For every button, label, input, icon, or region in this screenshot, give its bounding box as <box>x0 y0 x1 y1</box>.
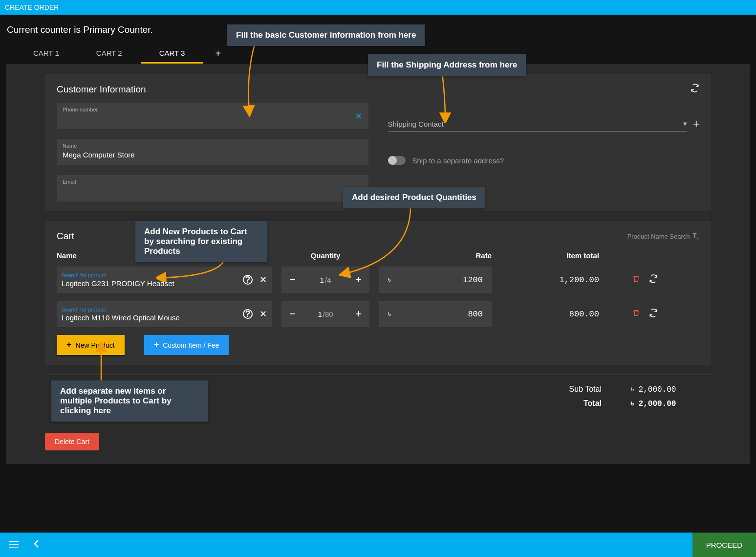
qty-minus-button[interactable]: − <box>289 308 296 320</box>
add-shipping-contact-icon[interactable]: + <box>693 118 699 131</box>
col-rate: Rate <box>379 251 492 260</box>
email-value <box>63 187 363 197</box>
quantity-stepper: − 1 /80 + <box>281 301 369 327</box>
product-name-value: Logitech G231 PRODIGY Headset <box>62 279 243 288</box>
clear-phone-icon[interactable]: ✕ <box>355 111 362 121</box>
phone-field[interactable]: Phone number ✕ <box>57 103 368 129</box>
ship-separate-label: Ship to a separate address? <box>412 156 504 165</box>
app-header: CREATE ORDER <box>0 0 756 15</box>
text-format-icon: TT <box>693 232 699 241</box>
email-field[interactable]: Email <box>57 175 368 201</box>
cart-title: Cart <box>57 231 74 242</box>
col-quantity: Quantity <box>281 251 369 260</box>
qty-value: 1 <box>320 276 324 284</box>
bottom-bar: PROCEED <box>0 533 756 557</box>
page-title: CREATE ORDER <box>5 3 59 11</box>
custom-item-fee-button[interactable]: + Custom Item / Fee <box>144 335 229 355</box>
plus-icon: + <box>154 340 159 350</box>
product-search-field[interactable]: Search for product Logitech M110 Wired O… <box>57 301 272 327</box>
product-search-label: Search for product <box>62 307 243 312</box>
qty-plus-button[interactable]: + <box>355 273 362 286</box>
qty-minus-button[interactable]: − <box>289 273 296 286</box>
add-cart-tab[interactable]: + <box>203 43 233 64</box>
cart-row: Search for product Logitech M110 Wired O… <box>57 301 699 327</box>
phone-label: Phone number <box>63 107 363 112</box>
menu-icon[interactable] <box>9 539 19 551</box>
annotation-add-products: Add New Products to Cart by searching fo… <box>135 221 267 262</box>
help-icon[interactable]: ? <box>243 275 253 285</box>
tab-cart-1[interactable]: CART 1 <box>15 44 78 64</box>
name-label: Name <box>63 143 363 149</box>
name-value: Mega Computer Store <box>63 151 363 160</box>
refresh-row-icon[interactable] <box>649 274 658 285</box>
total-label: Total <box>533 399 602 408</box>
help-icon[interactable]: ? <box>243 309 253 319</box>
item-total-value: 1,200.00 <box>501 275 599 285</box>
rate-value: 1200 <box>463 275 483 285</box>
plus-icon: + <box>66 340 72 350</box>
annotation-quantities: Add desired Product Quantities <box>343 187 485 208</box>
back-icon[interactable] <box>33 539 39 551</box>
annotation-new-items: Add separate new items or multiple Produ… <box>51 380 208 422</box>
qty-value: 1 <box>318 310 322 318</box>
tab-cart-2[interactable]: CART 2 <box>78 44 141 64</box>
refresh-customer-icon[interactable] <box>691 84 699 95</box>
ship-separate-toggle[interactable] <box>388 156 406 165</box>
customer-info-title: Customer Information <box>57 84 146 95</box>
qty-plus-button[interactable]: + <box>355 308 362 320</box>
currency-symbol: ৳ <box>388 275 391 284</box>
clear-product-icon[interactable]: ✕ <box>259 309 267 319</box>
email-label: Email <box>63 179 363 185</box>
product-name-value: Logitech M110 Wired Optical Mouse <box>62 313 243 322</box>
tab-cart-3[interactable]: CART 3 <box>141 44 204 64</box>
delete-row-icon[interactable] <box>632 274 640 286</box>
shipping-contact-label: Shipping Contact <box>388 120 444 128</box>
chevron-down-icon: ▾ <box>683 119 687 128</box>
product-name-search[interactable]: Product Name Search TT <box>627 232 699 241</box>
annotation-customer-info: Fill the basic Customer information from… <box>227 24 425 46</box>
cart-row: Search for product Logitech G231 PRODIGY… <box>57 267 699 293</box>
new-product-button[interactable]: + New Product <box>57 335 125 355</box>
name-field[interactable]: Name Mega Computer Store <box>57 139 368 165</box>
product-search-field[interactable]: Search for product Logitech G231 PRODIGY… <box>57 267 272 293</box>
proceed-button[interactable]: PROCEED <box>692 533 756 557</box>
refresh-row-icon[interactable] <box>649 309 658 319</box>
total-value: ৳ 2,000.00 <box>631 399 699 408</box>
shipping-contact-select[interactable]: Shipping Contact ▾ <box>388 116 688 132</box>
rate-value: 800 <box>468 310 483 319</box>
phone-value <box>63 114 363 124</box>
annotation-shipping: Fill the Shipping Address from here <box>368 54 526 76</box>
rate-field[interactable]: ৳ 1200 <box>379 267 492 293</box>
currency-symbol: ৳ <box>388 310 391 318</box>
qty-stock: /80 <box>323 310 333 318</box>
product-search-label: Search for product <box>62 272 243 278</box>
delete-row-icon[interactable] <box>632 309 640 320</box>
clear-product-icon[interactable]: ✕ <box>259 274 267 285</box>
quantity-stepper: − 1 /4 + <box>281 267 369 293</box>
rate-field[interactable]: ৳ 800 <box>379 301 492 327</box>
qty-stock: /4 <box>325 276 331 284</box>
subtotal-value: ৳ 2,000.00 <box>631 385 699 394</box>
item-total-value: 800.00 <box>501 310 599 319</box>
delete-cart-button[interactable]: Delete Cart <box>45 433 99 450</box>
col-item-total: Item total <box>501 251 599 260</box>
subtotal-label: Sub Total <box>533 385 602 394</box>
